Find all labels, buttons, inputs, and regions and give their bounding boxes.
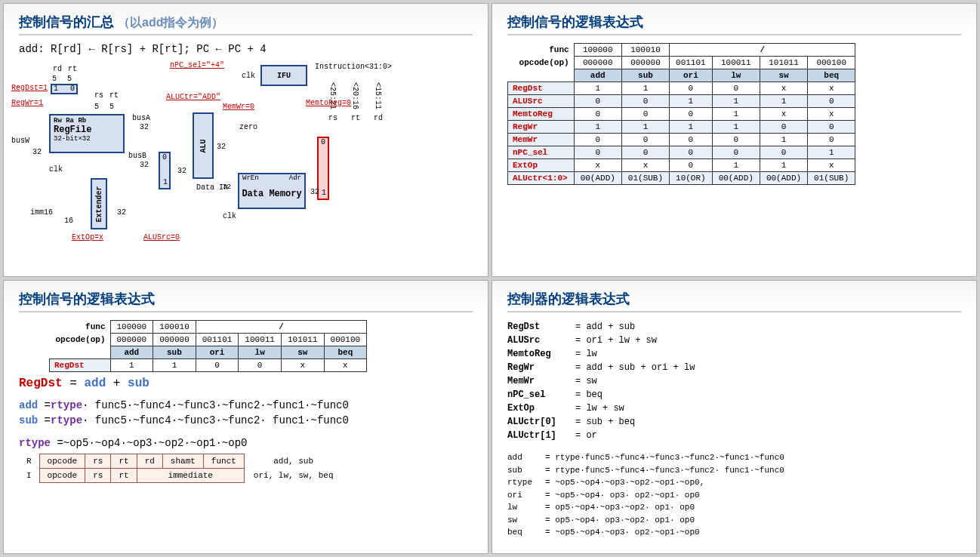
cell: 01(SUB) <box>808 172 855 185</box>
row-label: RegWr <box>508 121 575 134</box>
cell: 1 <box>621 121 669 134</box>
cell: 1 <box>760 95 807 108</box>
cell: 0 <box>712 82 760 95</box>
func-hdr: func <box>508 44 575 57</box>
clk-ifu: clk <box>242 72 255 80</box>
def-rhs: = ~op5·~op4·~op3·~op2·~op1·~op0, <box>545 476 704 489</box>
title-main: 控制信号的汇总 <box>19 14 114 29</box>
def-lhs: ori <box>507 489 545 502</box>
sl1511: <15:11 <box>374 82 382 109</box>
regdst-table: func 100000 100010 / opcode(op) 000000 0… <box>49 320 367 372</box>
n32c: 32 <box>140 161 149 169</box>
cell: 00(ADD) <box>712 172 760 185</box>
eq-lhs: MemWr <box>507 374 575 388</box>
cell: 0 <box>712 134 760 146</box>
rt-top: rt <box>351 114 360 122</box>
eq-lhs: ExtOp <box>507 402 575 415</box>
aluctr-label: ALUCtr="ADD" <box>166 93 220 101</box>
eq-rhs: = add + sub <box>575 320 635 334</box>
slide-top-right: 控制信号的逻辑表达式 func 100000 100010 / opcode(o… <box>492 3 977 277</box>
cell: 0 <box>670 134 713 146</box>
sub-equation: sub =rtype· func5·~func4·~func3·~func2· … <box>19 414 473 426</box>
cell: 0 <box>670 159 713 172</box>
cell: 1 <box>574 121 621 134</box>
def-rhs: = ~op5·~op4·~op3· op2·~op1·~op0 <box>545 526 700 539</box>
n5d: 5 <box>109 103 114 111</box>
eq-rhs: = sub + beq <box>575 415 635 429</box>
slide-title: 控制器的逻辑表达式 <box>507 290 961 312</box>
busb: busB <box>128 152 146 160</box>
eq-lhs: RegWr <box>507 361 575 374</box>
rt-label2: rt <box>109 91 119 100</box>
def-lhs: sw <box>507 514 545 527</box>
rd-top: rd <box>374 114 383 122</box>
n32a: 32 <box>32 148 42 156</box>
cell: 00(ADD) <box>760 172 807 185</box>
def-rhs: = ~op5·~op4· op3· op2·~op1· op0 <box>545 489 700 502</box>
slide-title: 控制信号的逻辑表达式 <box>19 290 473 312</box>
eq-lhs: ALUctr[0] <box>507 415 575 429</box>
row-label: ExtOp <box>508 159 575 172</box>
memwr-label: MemWr=0 <box>223 103 254 111</box>
add-equation: add =rtype· func5·~func4·~func3·~func2·~… <box>19 399 473 411</box>
eq-rhs: = lw + sw <box>575 402 624 415</box>
cell: x <box>808 108 855 121</box>
cell: 0 <box>621 108 669 121</box>
alusrc-mux: 0 1 <box>159 152 171 189</box>
slide-bottom-left: 控制信号的逻辑表达式 func 100000 100010 / opcode(o… <box>3 280 488 554</box>
ifu-box: IFU <box>260 65 307 86</box>
eq-lhs: MemtoReg <box>507 347 575 361</box>
cell: 1 <box>712 159 760 172</box>
cell: 0 <box>574 108 621 121</box>
imm16: imm16 <box>30 208 53 217</box>
cell: 1 <box>760 134 807 146</box>
def-rhs: = op5·~op4· op3·~op2· op1· op0 <box>545 514 695 527</box>
eq-lhs: RegDst <box>507 320 575 334</box>
title-main: 控制信号的逻辑表达式 <box>19 291 155 306</box>
cell: 1 <box>712 121 760 134</box>
instruction-defs: add= rtype·func5·~func4·~func3·~func2·~f… <box>507 451 961 539</box>
def-lhs: sub <box>507 464 545 477</box>
clk-dm: clk <box>223 212 236 220</box>
rt-label: rt <box>68 65 77 73</box>
eq-rhs: = sw <box>575 374 597 388</box>
def-lhs: rtype <box>507 476 545 489</box>
cell: x <box>760 82 807 95</box>
cell: 10(OR) <box>670 172 713 185</box>
slide-title: 控制信号的汇总 （以add指令为例） <box>19 13 473 35</box>
cell: 01(SUB) <box>621 172 669 185</box>
extender-box: Extender <box>91 178 107 229</box>
cell: 1 <box>808 146 855 159</box>
busa: busA <box>132 114 150 122</box>
cell: 1 <box>670 95 713 108</box>
cell: 0 <box>574 134 621 146</box>
rs-top: rs <box>328 114 337 122</box>
instruction-format-table: R opcode rs rt rd shamt funct add, sub I… <box>19 454 341 483</box>
def-lhs: lw <box>507 501 545 514</box>
cell: x <box>574 159 621 172</box>
clk-regfile: clk <box>49 165 63 174</box>
cell: 00(ADD) <box>574 172 621 185</box>
title-main: 控制信号的逻辑表达式 <box>507 14 643 29</box>
cell: 0 <box>670 82 713 95</box>
cell: x <box>760 108 807 121</box>
regdst-mux: 1 0 <box>51 84 78 94</box>
regdst-equation: RegDst = add + sub <box>19 377 473 390</box>
cell: 0 <box>574 95 621 108</box>
alusrc-label: ALUSrc=0 <box>143 233 180 242</box>
cell: x <box>808 82 855 95</box>
slide-bottom-right: 控制器的逻辑表达式 RegDst= add + subALUSrc= ori +… <box>492 280 977 554</box>
extop-label: ExtOp=x <box>72 233 103 242</box>
datamem-box: WrEnAdr Data Memory <box>238 173 306 209</box>
sl2016: <20:16 <box>351 82 359 109</box>
n32f: 32 <box>223 183 231 191</box>
cell: 0 <box>621 95 669 108</box>
cell: 1 <box>760 159 807 172</box>
cell: 0 <box>760 146 807 159</box>
title-main: 控制器的逻辑表达式 <box>507 291 630 306</box>
regfile-box: Rw Ra Rb RegFile 32-bit×32 <box>49 114 125 153</box>
cell: 1 <box>712 95 760 108</box>
cell: 1 <box>712 108 760 121</box>
cell: 0 <box>808 134 855 146</box>
cell: 0 <box>670 108 713 121</box>
